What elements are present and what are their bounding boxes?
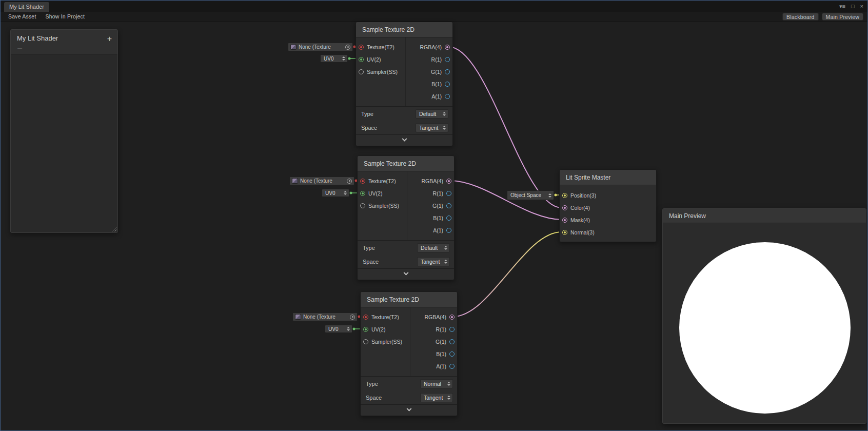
space-value: Tangent bbox=[419, 125, 442, 131]
port-circle-b-icon[interactable] bbox=[446, 215, 451, 221]
type-dropdown[interactable]: Normal bbox=[420, 379, 453, 388]
port-label: B(1) bbox=[436, 351, 446, 357]
port-color-in[interactable]: Color(4) bbox=[560, 202, 656, 214]
port-circle-sampler-icon[interactable] bbox=[360, 203, 365, 208]
node-lit-sprite-master[interactable]: Lit Sprite Master Position(3) Color(4) M… bbox=[559, 169, 657, 242]
port-sampler-in[interactable]: Sampler(SS) bbox=[361, 336, 410, 348]
main-preview-body[interactable] bbox=[663, 223, 866, 423]
texture-object-field-3[interactable]: None (Texture bbox=[292, 312, 358, 321]
port-a-out[interactable]: A(1) bbox=[410, 360, 457, 373]
port-rgba-out[interactable]: RGBA(4) bbox=[407, 175, 454, 187]
port-circle-rgba-icon[interactable] bbox=[446, 179, 451, 184]
object-picker-icon[interactable] bbox=[350, 315, 355, 320]
uv-channel-dropdown-3[interactable]: UV0 bbox=[325, 325, 352, 333]
port-circle-texture-icon[interactable] bbox=[359, 45, 364, 50]
type-dropdown[interactable]: Default bbox=[416, 109, 448, 119]
port-texture-in[interactable]: Texture(T2) bbox=[356, 41, 405, 53]
port-circle-b-icon[interactable] bbox=[445, 82, 450, 87]
port-r-out[interactable]: R(1) bbox=[410, 323, 457, 336]
port-b-out[interactable]: B(1) bbox=[410, 348, 457, 360]
port-r-out[interactable]: R(1) bbox=[406, 53, 452, 66]
port-circle-a-icon[interactable] bbox=[445, 94, 450, 99]
port-uv-in[interactable]: UV(2) bbox=[361, 323, 410, 336]
port-rgba-out[interactable]: RGBA(4) bbox=[410, 311, 457, 323]
port-circle-mask-icon[interactable] bbox=[562, 218, 567, 223]
edge-tex1-rgba-to-color[interactable] bbox=[448, 47, 562, 208]
texture-object-field-1[interactable]: None (Texture bbox=[288, 43, 353, 51]
port-circle-g-icon[interactable] bbox=[445, 69, 450, 74]
texture-object-field-2[interactable]: None (Texture bbox=[289, 177, 354, 185]
port-label: Sampler(SS) bbox=[368, 203, 399, 209]
collapse-preview-button[interactable] bbox=[356, 134, 452, 146]
collapse-preview-button[interactable] bbox=[358, 268, 454, 280]
object-picker-icon[interactable] bbox=[345, 45, 350, 50]
port-circle-g-icon[interactable] bbox=[449, 339, 455, 344]
blackboard-panel: My Lit Shader — + bbox=[10, 29, 118, 233]
port-uv-in[interactable]: UV(2) bbox=[356, 53, 405, 66]
port-r-out[interactable]: R(1) bbox=[407, 187, 454, 200]
port-circle-color-icon[interactable] bbox=[562, 205, 567, 210]
port-a-out[interactable]: A(1) bbox=[406, 90, 452, 103]
space-dropdown[interactable]: Tangent bbox=[416, 123, 448, 132]
port-label: RGBA(4) bbox=[421, 178, 443, 184]
port-g-out[interactable]: G(1) bbox=[410, 336, 457, 348]
main-preview-header[interactable]: Main Preview bbox=[663, 209, 866, 223]
space-dropdown[interactable]: Tangent bbox=[420, 393, 453, 402]
port-circle-normal-icon[interactable] bbox=[562, 230, 567, 235]
port-g-out[interactable]: G(1) bbox=[407, 200, 454, 212]
space-dropdown[interactable]: Tangent bbox=[417, 257, 450, 266]
port-sampler-in[interactable]: Sampler(SS) bbox=[358, 200, 407, 212]
texture-field-value: None (Texture bbox=[300, 178, 345, 184]
port-circle-r-icon[interactable] bbox=[446, 191, 451, 196]
port-circle-rgba-icon[interactable] bbox=[449, 315, 455, 320]
port-rgba-out[interactable]: RGBA(4) bbox=[406, 41, 452, 53]
port-b-out[interactable]: B(1) bbox=[407, 212, 454, 224]
port-circle-uv-icon[interactable] bbox=[363, 327, 368, 332]
port-circle-position-icon[interactable] bbox=[562, 193, 567, 198]
blackboard-header[interactable]: My Lit Shader — + bbox=[11, 30, 117, 54]
port-g-out[interactable]: G(1) bbox=[406, 66, 452, 78]
port-circle-a-icon[interactable] bbox=[449, 364, 455, 369]
node-header[interactable]: Sample Texture 2D bbox=[356, 22, 452, 37]
edge-tex3-rgba-to-normal[interactable] bbox=[453, 232, 562, 317]
port-circle-a-icon[interactable] bbox=[446, 228, 451, 233]
uv-channel-dropdown-1[interactable]: UV0 bbox=[320, 54, 348, 63]
uv-channel-dropdown-2[interactable]: UV0 bbox=[322, 189, 349, 197]
port-normal-in[interactable]: Normal(3) bbox=[560, 226, 656, 239]
node-sample-texture-2d-1[interactable]: Sample Texture 2D Texture(T2) UV(2) Samp… bbox=[356, 22, 453, 146]
port-a-out[interactable]: A(1) bbox=[407, 224, 454, 237]
add-property-button[interactable]: + bbox=[107, 34, 112, 44]
port-position-in[interactable]: Position(3) bbox=[560, 189, 656, 202]
node-header[interactable]: Lit Sprite Master bbox=[560, 170, 656, 185]
port-circle-b-icon[interactable] bbox=[449, 351, 455, 357]
port-circle-g-icon[interactable] bbox=[446, 203, 451, 208]
port-circle-texture-icon[interactable] bbox=[360, 179, 365, 184]
node-sample-texture-2d-2[interactable]: Sample Texture 2D Texture(T2) UV(2) Samp… bbox=[357, 155, 455, 280]
port-circle-uv-icon[interactable] bbox=[360, 191, 365, 196]
port-uv-in[interactable]: UV(2) bbox=[358, 187, 407, 200]
port-circle-r-icon[interactable] bbox=[449, 327, 455, 332]
port-sampler-in[interactable]: Sampler(SS) bbox=[356, 66, 405, 78]
node-header[interactable]: Sample Texture 2D bbox=[358, 156, 454, 171]
object-picker-icon[interactable] bbox=[347, 179, 352, 184]
port-texture-in[interactable]: Texture(T2) bbox=[361, 311, 410, 323]
dropdown-arrows-icon bbox=[343, 191, 347, 195]
port-b-out[interactable]: B(1) bbox=[406, 78, 452, 90]
node-header[interactable]: Sample Texture 2D bbox=[361, 292, 457, 307]
collapse-preview-button[interactable] bbox=[361, 404, 457, 416]
space-row: Space Tangent bbox=[356, 121, 452, 134]
port-circle-uv-icon[interactable] bbox=[359, 57, 364, 62]
port-circle-sampler-icon[interactable] bbox=[363, 339, 368, 344]
port-circle-rgba-icon[interactable] bbox=[445, 45, 450, 50]
position-space-dropdown[interactable]: Object Space bbox=[507, 190, 554, 200]
port-label: B(1) bbox=[433, 215, 443, 221]
space-value: Tangent bbox=[421, 259, 444, 265]
type-dropdown[interactable]: Default bbox=[417, 243, 450, 252]
port-circle-sampler-icon[interactable] bbox=[359, 69, 364, 74]
node-sample-texture-2d-3[interactable]: Sample Texture 2D Texture(T2) UV(2) Samp… bbox=[360, 291, 458, 416]
port-texture-in[interactable]: Texture(T2) bbox=[358, 175, 407, 187]
port-mask-in[interactable]: Mask(4) bbox=[560, 214, 656, 226]
port-circle-texture-icon[interactable] bbox=[363, 315, 368, 320]
edge-tex2-rgba-to-mask[interactable] bbox=[450, 181, 562, 220]
port-circle-r-icon[interactable] bbox=[445, 57, 450, 62]
